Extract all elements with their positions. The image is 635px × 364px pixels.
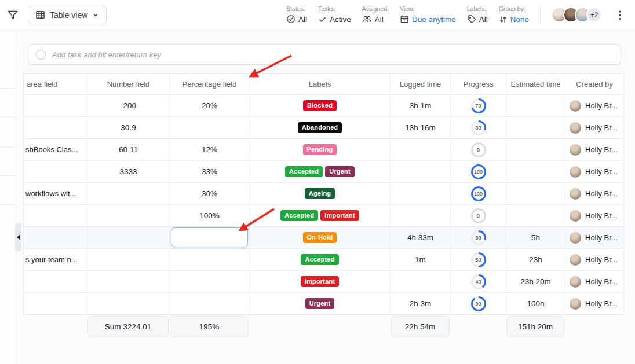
cell-logged-time[interactable] — [391, 271, 451, 293]
cell-progress[interactable]: 30 — [451, 117, 506, 139]
cell-percentage-field[interactable]: 100% — [170, 205, 250, 227]
filter-value-groupby[interactable]: None — [499, 14, 529, 25]
kebab-menu-icon[interactable]: ⋮ — [613, 10, 627, 20]
cell-estimated-time[interactable] — [506, 161, 565, 183]
cell-created-by[interactable]: Holly Br... — [565, 227, 624, 249]
cell-number-field[interactable] — [87, 249, 170, 271]
collapse-panel-handle[interactable] — [15, 223, 21, 251]
cell-labels[interactable]: AcceptedImportant — [250, 205, 391, 227]
cell-progress[interactable]: 90 — [451, 293, 506, 315]
cell-logged-time[interactable] — [391, 139, 451, 161]
cell-created-by[interactable]: Holly Br... — [565, 139, 624, 161]
cell-number-field[interactable]: 3333 — [87, 161, 170, 183]
cell-estimated-time[interactable]: 23h 20m — [506, 271, 565, 293]
cell-number-field[interactable] — [87, 293, 170, 315]
cell-progress[interactable]: 0 — [451, 205, 506, 227]
column-header-created-by[interactable]: Created by — [565, 74, 624, 95]
cell-created-by[interactable]: Holly Br... — [565, 161, 624, 183]
column-header-estimated-time[interactable]: Estimated time — [506, 74, 565, 95]
cell-estimated-time[interactable]: 100h — [506, 293, 565, 315]
table-view-button[interactable]: Table view — [28, 6, 107, 24]
cell-percentage-field[interactable] — [170, 117, 250, 139]
filter-value-status[interactable]: All — [286, 14, 307, 25]
filter-value-view[interactable]: Due anytime — [400, 14, 456, 25]
cell-estimated-time[interactable] — [506, 139, 565, 161]
cell-logged-time[interactable]: 1m — [391, 249, 451, 271]
cell-percentage-field[interactable]: 33% — [170, 161, 250, 183]
cell-created-by[interactable]: Holly Br... — [565, 183, 624, 205]
cell-created-by[interactable]: Holly Br... — [565, 205, 624, 227]
cell-area-field[interactable] — [24, 271, 87, 293]
cell-area-field[interactable] — [24, 227, 87, 249]
cell-area-field[interactable]: shBooks Clas... — [24, 139, 87, 161]
cell-labels[interactable]: Ageing — [250, 183, 391, 205]
cell-created-by[interactable]: Holly Br... — [565, 117, 624, 139]
cell-labels[interactable]: On-Hold — [250, 227, 391, 249]
cell-labels[interactable]: Abandoned — [250, 117, 391, 139]
column-header-logged-time[interactable]: Logged time — [391, 74, 451, 95]
cell-progress[interactable]: 100 — [451, 183, 506, 205]
cell-percentage-field[interactable] — [170, 293, 250, 315]
cell-area-field[interactable]: workflows wit... — [24, 183, 87, 205]
column-header-percentage-field[interactable]: Percentage field — [170, 74, 250, 95]
cell-progress[interactable]: 50 — [451, 249, 506, 271]
cell-labels[interactable]: AcceptedUrgent — [250, 161, 391, 183]
cell-percentage-field[interactable]: 12% — [170, 139, 250, 161]
cell-estimated-time[interactable] — [506, 183, 565, 205]
cell-percentage-field[interactable] — [170, 249, 250, 271]
column-header-progress[interactable]: Progress — [451, 74, 506, 95]
cell-area-field[interactable] — [24, 205, 87, 227]
cell-area-field[interactable] — [24, 95, 87, 117]
cell-area-field[interactable] — [24, 161, 87, 183]
column-header-area-field[interactable]: area field — [24, 74, 87, 95]
add-task-input[interactable]: Add task and hit enter/return key — [28, 44, 621, 65]
cell-labels[interactable]: Urgent — [250, 293, 391, 315]
cell-created-by[interactable]: Holly Br... — [565, 95, 624, 117]
cell-logged-time[interactable]: 3h 1m — [391, 95, 451, 117]
filter-value-tasks[interactable]: Active — [318, 14, 351, 25]
cell-percentage-field[interactable]: 30% — [170, 183, 250, 205]
cell-labels[interactable]: Important — [250, 271, 391, 293]
filter-value-labels[interactable]: All — [467, 14, 488, 25]
column-header-labels[interactable]: Labels — [250, 74, 391, 95]
cell-estimated-time[interactable] — [506, 117, 565, 139]
cell-area-field[interactable] — [24, 293, 87, 315]
cell-estimated-time[interactable] — [506, 205, 565, 227]
cell-number-field[interactable]: 60.11 — [87, 139, 170, 161]
cell-logged-time[interactable] — [391, 183, 451, 205]
cell-labels[interactable]: Accepted — [250, 249, 391, 271]
cell-created-by[interactable]: Holly Br... — [565, 249, 624, 271]
cell-logged-time[interactable]: 4h 33m — [391, 227, 451, 249]
filter-funnel-icon[interactable] — [7, 9, 19, 21]
cell-estimated-time[interactable]: 5h — [506, 227, 565, 249]
cell-labels[interactable]: Blocked — [250, 95, 391, 117]
cell-area-field[interactable]: s your team n... — [24, 249, 87, 271]
cell-area-field[interactable] — [24, 117, 87, 139]
cell-logged-time[interactable] — [391, 205, 451, 227]
cell-number-field[interactable] — [87, 183, 170, 205]
cell-logged-time[interactable]: 2h 3m — [391, 293, 451, 315]
cell-number-field[interactable] — [87, 205, 170, 227]
cell-percentage-field[interactable] — [170, 227, 250, 249]
cell-estimated-time[interactable] — [506, 95, 565, 117]
cell-number-field[interactable] — [87, 271, 170, 293]
cell-progress[interactable]: 40 — [451, 271, 506, 293]
cell-progress[interactable]: 0 — [451, 139, 506, 161]
cell-number-field[interactable]: -200 — [87, 95, 170, 117]
selected-cell-editor[interactable] — [171, 227, 248, 247]
cell-number-field[interactable] — [87, 227, 170, 249]
cell-logged-time[interactable]: 13h 16m — [391, 117, 451, 139]
cell-created-by[interactable]: Holly Br... — [565, 271, 624, 293]
avatar-overflow-badge[interactable]: +2 — [586, 7, 602, 23]
cell-labels[interactable]: Pending — [250, 139, 391, 161]
cell-progress[interactable]: 100 — [451, 161, 506, 183]
cell-estimated-time[interactable]: 23h — [506, 249, 565, 271]
cell-number-field[interactable]: 30.9 — [87, 117, 170, 139]
cell-created-by[interactable]: Holly Br... — [565, 293, 624, 315]
cell-progress[interactable]: 30 — [451, 227, 506, 249]
column-header-number-field[interactable]: Number field — [87, 74, 170, 95]
filter-value-assigned[interactable]: All — [362, 14, 389, 25]
cell-progress[interactable]: 70 — [451, 95, 506, 117]
cell-percentage-field[interactable]: 20% — [170, 95, 250, 117]
cell-logged-time[interactable] — [391, 161, 451, 183]
